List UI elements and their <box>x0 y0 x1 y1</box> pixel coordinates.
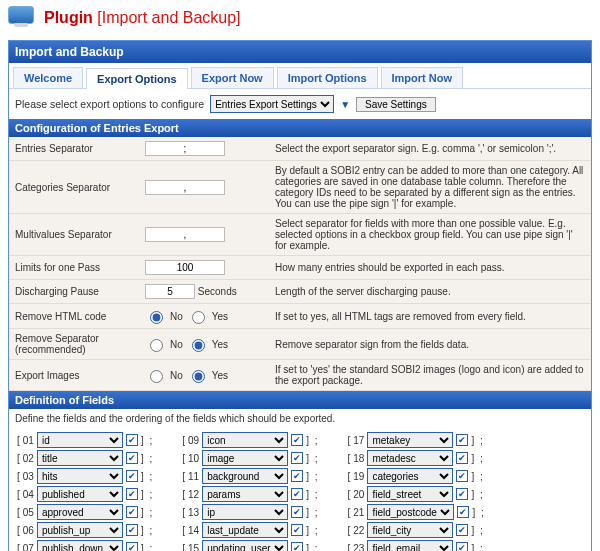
input-categories-separator[interactable] <box>145 180 225 195</box>
field-check-19[interactable]: ✔ <box>456 470 468 482</box>
semicolon: ; <box>312 489 318 500</box>
label-yes: Yes <box>212 339 228 350</box>
field-check-15[interactable]: ✔ <box>291 542 303 551</box>
field-select-12[interactable]: params <box>202 486 288 502</box>
field-row-15: [15updating_user✔] ; <box>182 540 317 551</box>
label-remove-html: Remove HTML code <box>9 304 139 329</box>
radio-export-images-no[interactable] <box>150 370 163 383</box>
bracket-open: [ <box>17 489 20 500</box>
field-row-12: [12params✔] ; <box>182 486 317 502</box>
field-select-02[interactable]: title <box>37 450 123 466</box>
field-select-22[interactable]: field_city <box>367 522 453 538</box>
field-check-22[interactable]: ✔ <box>456 524 468 536</box>
bracket-open: [ <box>348 543 351 552</box>
semicolon: ; <box>147 471 153 482</box>
unit-seconds: Seconds <box>198 286 237 297</box>
field-select-06[interactable]: publish_up <box>37 522 123 538</box>
desc-discharging-pause: Length of the server discharging pause. <box>269 280 591 304</box>
field-check-09[interactable]: ✔ <box>291 434 303 446</box>
field-check-17[interactable]: ✔ <box>456 434 468 446</box>
field-select-19[interactable]: categories <box>367 468 453 484</box>
field-row-10: [10image✔] ; <box>182 450 317 466</box>
save-settings-button[interactable]: Save Settings <box>356 97 436 112</box>
field-select-05[interactable]: approved <box>37 504 123 520</box>
semicolon: ; <box>147 489 153 500</box>
field-check-21[interactable]: ✔ <box>457 506 469 518</box>
radio-remove-sep-no[interactable] <box>150 339 163 352</box>
field-check-07[interactable]: ✔ <box>126 542 138 551</box>
field-check-10[interactable]: ✔ <box>291 452 303 464</box>
field-select-10[interactable]: image <box>202 450 288 466</box>
input-entries-separator[interactable] <box>145 141 225 156</box>
field-num: 05 <box>23 507 34 518</box>
row-entries-separator: Entries Separator Select the export sepa… <box>9 137 591 161</box>
field-check-20[interactable]: ✔ <box>456 488 468 500</box>
field-select-23[interactable]: field_email <box>367 540 453 551</box>
desc-remove-html: If set to yes, all HTML tags are removed… <box>269 304 591 329</box>
field-select-09[interactable]: icon <box>202 432 288 448</box>
field-check-14[interactable]: ✔ <box>291 524 303 536</box>
field-num: 18 <box>353 453 364 464</box>
label-no: No <box>170 370 183 381</box>
bracket-close: ] <box>306 507 309 518</box>
tab-import-now[interactable]: Import Now <box>381 67 464 88</box>
tab-import-options[interactable]: Import Options <box>277 67 378 88</box>
field-num: 04 <box>23 489 34 500</box>
tab-welcome[interactable]: Welcome <box>13 67 83 88</box>
field-select-13[interactable]: ip <box>202 504 288 520</box>
field-check-06[interactable]: ✔ <box>126 524 138 536</box>
field-check-04[interactable]: ✔ <box>126 488 138 500</box>
field-check-01[interactable]: ✔ <box>126 434 138 446</box>
semicolon: ; <box>312 471 318 482</box>
radio-remove-sep-yes[interactable] <box>192 339 205 352</box>
input-discharging-pause[interactable] <box>145 284 195 299</box>
export-settings-select[interactable]: Entries Export Settings <box>210 95 334 113</box>
field-row-14: [14last_update✔] ; <box>182 522 317 538</box>
plugin-icon <box>8 6 36 30</box>
field-check-11[interactable]: ✔ <box>291 470 303 482</box>
field-check-12[interactable]: ✔ <box>291 488 303 500</box>
field-select-21[interactable]: field_postcode <box>367 504 454 520</box>
bracket-open: [ <box>348 453 351 464</box>
radio-remove-html-yes[interactable] <box>192 311 205 324</box>
field-check-05[interactable]: ✔ <box>126 506 138 518</box>
field-check-18[interactable]: ✔ <box>456 452 468 464</box>
field-select-04[interactable]: published <box>37 486 123 502</box>
field-select-18[interactable]: metadesc <box>367 450 453 466</box>
field-check-13[interactable]: ✔ <box>291 506 303 518</box>
label-yes: Yes <box>212 370 228 381</box>
field-row-19: [19categories✔] ; <box>348 468 484 484</box>
tab-export-now[interactable]: Export Now <box>191 67 274 88</box>
tab-export-options[interactable]: Export Options <box>86 68 187 89</box>
field-select-07[interactable]: publish_down <box>37 540 123 551</box>
field-num: 06 <box>23 525 34 536</box>
field-select-01[interactable]: id <box>37 432 123 448</box>
field-select-20[interactable]: field_street <box>367 486 453 502</box>
field-row-05: [05approved✔] ; <box>17 504 152 520</box>
bracket-open: [ <box>182 525 185 536</box>
field-select-15[interactable]: updating_user <box>202 540 288 551</box>
desc-multivalues-separator: Select separator for fields with more th… <box>269 214 591 256</box>
bracket-open: [ <box>182 543 185 552</box>
bracket-close: ] <box>141 525 144 536</box>
bracket-open: [ <box>182 507 185 518</box>
field-check-02[interactable]: ✔ <box>126 452 138 464</box>
bracket-open: [ <box>182 489 185 500</box>
input-multivalues-separator[interactable] <box>145 227 225 242</box>
desc-limits-pass: How many entries should be exported in e… <box>269 256 591 280</box>
semicolon: ; <box>478 507 484 518</box>
field-row-04: [04published✔] ; <box>17 486 152 502</box>
field-select-11[interactable]: background <box>202 468 288 484</box>
radio-export-images-yes[interactable] <box>192 370 205 383</box>
field-select-17[interactable]: metakey <box>367 432 453 448</box>
input-limits-pass[interactable] <box>145 260 225 275</box>
row-limits-pass: Limits for one Pass How many entries sho… <box>9 256 591 280</box>
radio-remove-html-no[interactable] <box>150 311 163 324</box>
field-row-13: [13ip✔] ; <box>182 504 317 520</box>
field-select-14[interactable]: last_update <box>202 522 288 538</box>
field-num: 12 <box>188 489 199 500</box>
bracket-close: ] <box>141 507 144 518</box>
field-check-23[interactable]: ✔ <box>456 542 468 551</box>
field-select-03[interactable]: hits <box>37 468 123 484</box>
field-check-03[interactable]: ✔ <box>126 470 138 482</box>
